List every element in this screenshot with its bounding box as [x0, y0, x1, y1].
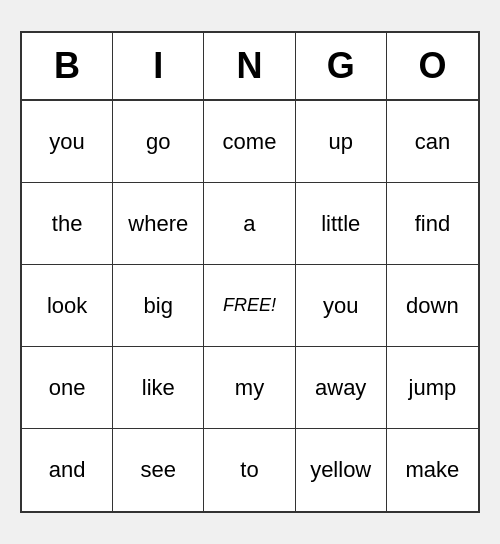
bingo-word-cell: you [296, 265, 387, 347]
header-letter: B [22, 33, 113, 99]
bingo-grid: yougocomeupcanthewherealittlefindlookbig… [22, 101, 478, 511]
bingo-word-cell: a [204, 183, 295, 265]
bingo-word-cell: one [22, 347, 113, 429]
bingo-word-cell: my [204, 347, 295, 429]
header-letter: O [387, 33, 478, 99]
bingo-word-cell: to [204, 429, 295, 511]
bingo-word-cell: down [387, 265, 478, 347]
bingo-word-cell: the [22, 183, 113, 265]
free-space-cell: FREE! [204, 265, 295, 347]
bingo-word-cell: big [113, 265, 204, 347]
bingo-word-cell: make [387, 429, 478, 511]
bingo-word-cell: see [113, 429, 204, 511]
bingo-word-cell: little [296, 183, 387, 265]
bingo-word-cell: find [387, 183, 478, 265]
bingo-word-cell: where [113, 183, 204, 265]
bingo-word-cell: like [113, 347, 204, 429]
bingo-header: BINGO [22, 33, 478, 101]
header-letter: G [296, 33, 387, 99]
bingo-word-cell: jump [387, 347, 478, 429]
header-letter: I [113, 33, 204, 99]
bingo-word-cell: look [22, 265, 113, 347]
bingo-word-cell: come [204, 101, 295, 183]
bingo-word-cell: you [22, 101, 113, 183]
bingo-word-cell: up [296, 101, 387, 183]
bingo-word-cell: go [113, 101, 204, 183]
header-letter: N [204, 33, 295, 99]
bingo-word-cell: away [296, 347, 387, 429]
bingo-card: BINGO yougocomeupcanthewherealittlefindl… [20, 31, 480, 513]
bingo-word-cell: and [22, 429, 113, 511]
bingo-word-cell: can [387, 101, 478, 183]
bingo-word-cell: yellow [296, 429, 387, 511]
